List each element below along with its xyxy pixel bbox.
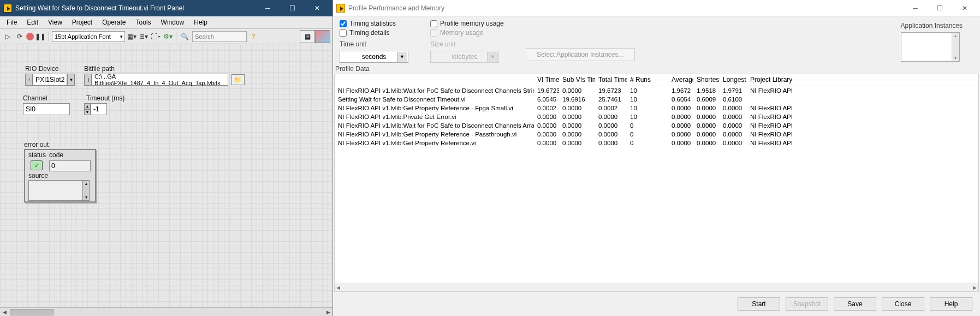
bitfile-path-label: Bitfile path [84, 65, 115, 73]
button-row: Start Snapshot Save Close Help [333, 292, 980, 316]
close-button[interactable]: ✕ [305, 0, 329, 16]
listbox-scrollbar[interactable]: ▴▾ [952, 33, 959, 61]
col-shortest[interactable]: Shortest [693, 74, 720, 86]
help-icon[interactable]: ? [248, 31, 259, 42]
reorder-button[interactable]: ⚙▾ [162, 31, 173, 42]
channel-control[interactable]: SI0 [23, 103, 70, 115]
size-unit-label: Size unit [430, 40, 504, 48]
timing-statistics-checkbox[interactable]: Timing statistics [340, 20, 408, 27]
minimize-button[interactable]: ─ [256, 0, 280, 16]
col-library[interactable]: Project Library [747, 74, 978, 86]
app-instances-label: Application Instances [901, 22, 963, 29]
rio-device-value: PXI1Slot2 [33, 74, 67, 86]
table-row[interactable]: NI FlexRIO API v1.lvlib:Wait for PoC Saf… [335, 121, 978, 130]
bitfile-path-control[interactable]: ⁞ C:\...GA Bitfiles\PXIe_1487_4_In_4_Out… [84, 74, 245, 86]
browse-button[interactable]: 📁 [231, 74, 245, 85]
front-panel-window: Setting Wait for Safe to Disconnect Time… [0, 0, 333, 316]
col-runs[interactable]: # Runs [627, 74, 668, 86]
table-row[interactable]: NI FlexRIO API v1.lvlib:Wait for PoC Saf… [335, 86, 978, 95]
profile-memory-checkbox[interactable]: Profile memory usage [430, 20, 504, 27]
pause-button[interactable]: ❚❚ [35, 31, 46, 42]
app-instances-listbox[interactable]: ▴▾ [901, 32, 960, 62]
col-name[interactable] [335, 74, 534, 86]
timing-details-checkbox[interactable]: Timing details [340, 29, 408, 37]
timeout-value[interactable]: -1 [91, 103, 107, 115]
menu-file[interactable]: File [2, 17, 21, 27]
abort-button[interactable] [26, 33, 34, 40]
font-selector[interactable]: 15pt Application Font [52, 31, 125, 42]
titlebar-right[interactable]: Profile Performance and Memory ─ ☐ ✕ [333, 0, 980, 16]
snapshot-button: Snapshot [786, 297, 828, 311]
bitfile-path-value[interactable]: C:\...GA Bitfiles\PXIe_1487_4_In_4_Out_A… [92, 74, 228, 86]
source-scrollbar[interactable]: ▴▾ [82, 181, 89, 200]
col-total-time[interactable]: Total Time [595, 74, 627, 86]
menu-window[interactable]: Window [157, 17, 189, 27]
search-input[interactable] [192, 31, 247, 42]
rio-device-label: RIO Device [25, 65, 58, 73]
error-out-label: error out [24, 141, 49, 148]
distribute-button[interactable]: ⊞▾ [138, 31, 149, 42]
grid-icon-pane[interactable]: ▦ [300, 30, 315, 43]
dropdown-icon[interactable]: ▼ [67, 74, 75, 86]
help-button[interactable]: Help [930, 297, 972, 311]
col-vi-time[interactable]: VI Time [534, 74, 559, 86]
labview-icon [336, 4, 345, 13]
rio-device-control[interactable]: ⁞ PXI1Slot2 ▼ [25, 74, 75, 86]
menu-project[interactable]: Project [68, 17, 97, 27]
menubar: File Edit View Project Operate Tools Win… [0, 16, 332, 29]
io-picker-icon[interactable]: ⁞ [25, 74, 33, 86]
save-button[interactable]: Save [834, 297, 876, 311]
select-instances-button: Select Application Instances... [526, 48, 635, 61]
table-row[interactable]: NI FlexRIO API v1.lvlib:Get Property Ref… [335, 139, 978, 147]
status-label: status [28, 151, 46, 159]
time-unit-label: Time unit [340, 40, 408, 48]
table-horizontal-scrollbar[interactable]: ◀▶ [335, 283, 978, 291]
source-label: source [28, 172, 48, 180]
start-button[interactable]: Start [738, 297, 780, 311]
table-row[interactable]: NI FlexRIO API v1.lvlib:Private Get Erro… [335, 112, 978, 121]
source-indicator: ▴▾ [28, 180, 90, 201]
status-indicator [31, 160, 43, 170]
front-panel-canvas[interactable]: RIO Device ⁞ PXI1Slot2 ▼ Bitfile path ⁞ … [0, 44, 332, 307]
table-row[interactable]: NI FlexRIO API v1.lvlib:Get Property Ref… [335, 104, 978, 112]
path-type-icon[interactable]: ⁞ [84, 74, 92, 86]
search-icon[interactable]: 🔍 [179, 31, 190, 42]
menu-operate[interactable]: Operate [98, 17, 130, 27]
col-longest[interactable]: Longest [720, 74, 747, 86]
timeout-label: Timeout (ms) [86, 94, 124, 102]
run-button[interactable]: ▷ [2, 31, 13, 42]
resize-button[interactable]: ⛶▾ [150, 31, 161, 42]
table-header[interactable]: VI Time Sub VIs Time Total Time # Runs A… [335, 74, 978, 86]
minimize-button[interactable]: ─ [903, 0, 928, 16]
table-row[interactable]: Setting Wait for Safe to Disconnect Time… [335, 95, 978, 104]
connector-pane-icon[interactable] [315, 30, 330, 43]
window-title-right: Profile Performance and Memory [348, 4, 903, 12]
menu-view[interactable]: View [44, 17, 67, 27]
table-row[interactable]: NI FlexRIO API v1.lvlib:Get Property Ref… [335, 130, 978, 139]
time-unit-combo[interactable]: seconds▼ [340, 51, 408, 63]
toolbar-left: ▷ ⟳ ❚❚ 15pt Application Font ▦▾ ⊞▾ ⛶▾ ⚙▾… [0, 29, 332, 44]
options-row: Timing statistics Timing details Time un… [333, 16, 980, 63]
maximize-button[interactable]: ☐ [280, 0, 305, 16]
menu-edit[interactable]: Edit [22, 17, 43, 27]
memory-usage-checkbox: Memory usage [430, 29, 504, 37]
channel-label: Channel [23, 94, 47, 102]
menu-help[interactable]: Help [189, 17, 212, 27]
col-sub-time[interactable]: Sub VIs Time [559, 74, 595, 86]
numeric-spinner[interactable]: ▲▼ [84, 103, 91, 115]
timeout-control[interactable]: ▲▼ -1 [84, 103, 107, 115]
code-label: code [49, 151, 63, 159]
table-body[interactable]: NI FlexRIO API v1.lvlib:Wait for PoC Saf… [335, 86, 978, 283]
horizontal-scrollbar-left[interactable]: ◀▶ [0, 307, 332, 316]
col-average[interactable]: Average [668, 74, 693, 86]
close-button[interactable]: Close [882, 297, 924, 311]
close-button[interactable]: ✕ [952, 0, 977, 16]
error-out-cluster: status code 0 source ▴▾ [24, 149, 96, 202]
menu-tools[interactable]: Tools [132, 17, 156, 27]
titlebar-left[interactable]: Setting Wait for Safe to Disconnect Time… [0, 0, 332, 16]
maximize-button[interactable]: ☐ [928, 0, 952, 16]
align-button[interactable]: ▦▾ [126, 31, 137, 42]
labview-icon [3, 4, 12, 13]
profile-window: Profile Performance and Memory ─ ☐ ✕ Tim… [333, 0, 980, 316]
run-continuous-button[interactable]: ⟳ [14, 31, 25, 42]
